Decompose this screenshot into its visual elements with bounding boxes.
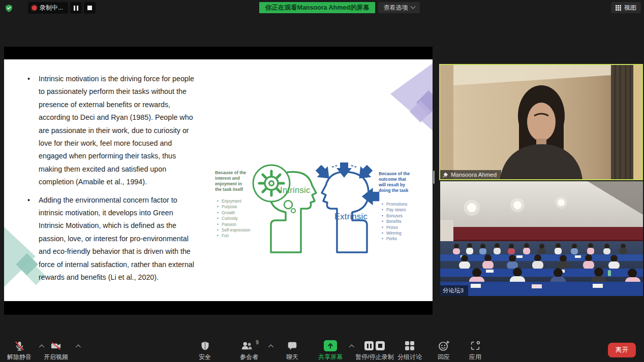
security-button[interactable]: 安全 bbox=[193, 339, 217, 361]
stop-recording-icon[interactable] bbox=[376, 341, 385, 350]
screen-share-banner-group: 你正在观看Mansoora Ahmed的屏幕 查看选项 bbox=[259, 2, 420, 13]
list-item: Winning bbox=[382, 231, 407, 236]
motivation-diagram: Because of the interest and enjoyment in… bbox=[211, 160, 433, 254]
participants-count: 9 bbox=[256, 340, 259, 345]
view-grid-icon bbox=[616, 5, 621, 11]
list-item: Pay raises bbox=[382, 207, 407, 213]
arrow-down-right-icon bbox=[313, 162, 334, 184]
room-video-feed bbox=[440, 181, 643, 296]
security-shield-icon bbox=[200, 340, 210, 351]
list-item: Purpose bbox=[217, 204, 250, 210]
list-item: Benefits bbox=[382, 219, 407, 224]
slide-decoration-top-right bbox=[384, 59, 433, 136]
start-video-label: 开启视频 bbox=[40, 353, 72, 361]
view-label: 视图 bbox=[624, 4, 636, 12]
extrinsic-heading: Because of the outcome that will result … bbox=[379, 171, 425, 193]
participants-button[interactable]: 9 参会者 bbox=[231, 339, 267, 361]
top-bar: 录制中... 你正在观看Mansoora Ahmed的屏幕 查看选项 视图 bbox=[0, 0, 644, 15]
intrinsic-factor-list: Enjoyment Purpose Growth Curiosity Passi… bbox=[217, 199, 250, 239]
pause-icon bbox=[74, 6, 78, 11]
unmute-button[interactable]: 解除静音 bbox=[3, 339, 36, 361]
arrow-down-icon bbox=[336, 162, 352, 178]
recording-status: 录制中... bbox=[28, 2, 68, 14]
apps-label: 应用 bbox=[464, 353, 487, 361]
pin-icon bbox=[443, 172, 448, 178]
shared-screen-area: Intrinsic motivation is the driving forc… bbox=[4, 47, 433, 315]
reactions-button[interactable]: 回应 bbox=[432, 339, 455, 361]
chat-button[interactable]: 聊天 bbox=[281, 339, 304, 361]
reactions-smiley-icon bbox=[438, 340, 450, 351]
speaker-video-feed bbox=[440, 65, 642, 179]
participants-chevron-icon[interactable] bbox=[268, 345, 273, 350]
list-item: Prizes bbox=[382, 225, 407, 231]
breakout-rooms-icon bbox=[405, 341, 415, 351]
list-item: Promotions bbox=[382, 202, 407, 207]
recording-label: 录制中... bbox=[40, 4, 63, 12]
apps-button[interactable]: 应用 bbox=[464, 339, 487, 361]
extrinsic-label: Extrinsic bbox=[334, 212, 367, 221]
list-item: Self-expression bbox=[217, 227, 250, 233]
video-tile-room[interactable]: 分论坛3 bbox=[440, 181, 643, 296]
chat-bubble-icon bbox=[287, 340, 298, 351]
list-item: Enjoyment bbox=[217, 199, 250, 204]
leave-button[interactable]: 离开 bbox=[608, 343, 636, 357]
participants-label: 参会者 bbox=[231, 353, 267, 361]
list-item: Growth bbox=[217, 210, 250, 216]
list-item: Perks bbox=[382, 236, 407, 242]
slide-bullet-list: Intrinsic motivation is the driving forc… bbox=[25, 73, 196, 289]
recording-controls: 录制中... bbox=[28, 2, 96, 14]
view-button[interactable]: 视图 bbox=[611, 2, 641, 13]
security-label: 安全 bbox=[193, 353, 217, 361]
stop-recording-button[interactable] bbox=[84, 2, 96, 14]
intrinsic-label: Intrinsic bbox=[280, 185, 311, 195]
video-options-chevron-icon[interactable] bbox=[76, 345, 81, 350]
speaker-nameplate: Mansoora Ahmed bbox=[440, 170, 501, 179]
unmute-label: 解除静音 bbox=[3, 353, 36, 361]
pause-stop-recording-label: 暂停/停止录制 bbox=[352, 353, 397, 361]
breakout-rooms-button[interactable]: 分组讨论 bbox=[394, 339, 425, 361]
pause-recording-icon[interactable] bbox=[364, 341, 374, 350]
mic-muted-icon bbox=[14, 340, 25, 352]
intrinsic-heading: Because of the interest and enjoyment in… bbox=[215, 170, 261, 192]
list-item: Curiosity bbox=[217, 216, 250, 221]
arrow-left-icon bbox=[362, 188, 380, 206]
list-item: Bonuses bbox=[382, 213, 407, 219]
breakout-rooms-label: 分组讨论 bbox=[394, 353, 425, 361]
pause-recording-button[interactable] bbox=[70, 2, 82, 14]
pause-stop-recording-button[interactable]: 暂停/停止录制 bbox=[352, 339, 397, 361]
record-dot-icon bbox=[32, 6, 37, 10]
slide-bullet-1: Intrinsic motivation is the driving forc… bbox=[25, 73, 196, 189]
list-item: Fun bbox=[217, 233, 250, 239]
presentation-slide: Intrinsic motivation is the driving forc… bbox=[4, 59, 433, 301]
share-screen-button[interactable]: 共享屏幕 bbox=[314, 339, 347, 361]
view-options-label: 查看选项 bbox=[383, 4, 408, 12]
camera-off-icon bbox=[50, 340, 62, 352]
viewing-screen-banner: 你正在观看Mansoora Ahmed的屏幕 bbox=[259, 2, 375, 13]
start-video-button[interactable]: 开启视频 bbox=[40, 339, 72, 361]
speaker-name: Mansoora Ahmed bbox=[451, 172, 497, 178]
chevron-down-icon bbox=[411, 4, 416, 9]
video-tile-speaker[interactable]: Mansoora Ahmed bbox=[439, 64, 643, 180]
participants-icon bbox=[240, 340, 253, 351]
apps-icon bbox=[470, 340, 481, 351]
room-name: 分论坛3 bbox=[443, 287, 464, 294]
stop-icon bbox=[87, 6, 92, 10]
share-screen-label: 共享屏幕 bbox=[314, 353, 347, 361]
extrinsic-factor-list: Promotions Pay raises Bonuses Benefits P… bbox=[382, 202, 407, 242]
share-screen-icon bbox=[324, 340, 337, 351]
list-item: Passion bbox=[217, 222, 250, 227]
slide-bullet-2: Adding the environmental concern factor … bbox=[25, 194, 196, 284]
meeting-security-shield-icon[interactable] bbox=[5, 4, 13, 13]
panel-resize-handle[interactable] bbox=[433, 171, 435, 184]
meeting-toolbar: 解除静音 开启视频 安全 bbox=[0, 338, 644, 362]
room-nameplate: 分论坛3 bbox=[440, 285, 468, 296]
reactions-label: 回应 bbox=[432, 353, 455, 361]
view-options-button[interactable]: 查看选项 bbox=[378, 2, 420, 13]
chat-label: 聊天 bbox=[281, 353, 304, 361]
